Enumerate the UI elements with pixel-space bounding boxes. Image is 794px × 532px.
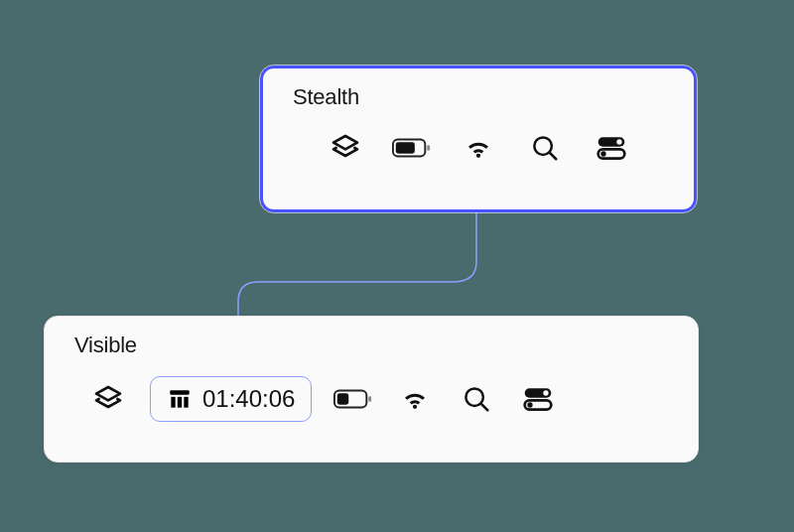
svg-rect-9 (170, 390, 190, 394)
svg-point-6 (616, 139, 621, 144)
visible-icon-row: 01:40:06 (66, 376, 676, 422)
wifi-icon[interactable] (395, 379, 435, 419)
svg-rect-15 (369, 396, 372, 402)
svg-rect-1 (396, 142, 415, 153)
control-center-icon[interactable] (592, 128, 631, 168)
svg-line-17 (481, 404, 487, 410)
control-center-icon[interactable] (518, 379, 558, 419)
svg-point-8 (600, 151, 605, 156)
svg-rect-2 (427, 145, 430, 151)
battery-icon[interactable] (333, 379, 373, 419)
layers-icon[interactable] (326, 128, 365, 168)
svg-rect-11 (178, 397, 182, 408)
battery-icon[interactable] (392, 128, 432, 168)
svg-rect-14 (337, 393, 348, 404)
stealth-icon-row (285, 128, 672, 168)
time-tracker-icon (167, 386, 193, 412)
stealth-title: Stealth (293, 84, 672, 110)
stealth-card: Stealth (260, 66, 697, 212)
wifi-icon[interactable] (459, 128, 498, 168)
visible-card: Visible 01:40:06 (44, 316, 699, 463)
svg-point-19 (544, 390, 549, 395)
svg-point-21 (528, 402, 533, 407)
layers-icon[interactable] (88, 379, 128, 419)
timer-value: 01:40:06 (202, 385, 295, 413)
svg-rect-12 (184, 397, 188, 408)
search-icon[interactable] (457, 379, 496, 419)
visible-title: Visible (74, 332, 676, 358)
search-icon[interactable] (525, 128, 565, 168)
timer-pill[interactable]: 01:40:06 (150, 376, 312, 422)
svg-line-4 (550, 153, 556, 159)
svg-rect-10 (171, 397, 175, 408)
